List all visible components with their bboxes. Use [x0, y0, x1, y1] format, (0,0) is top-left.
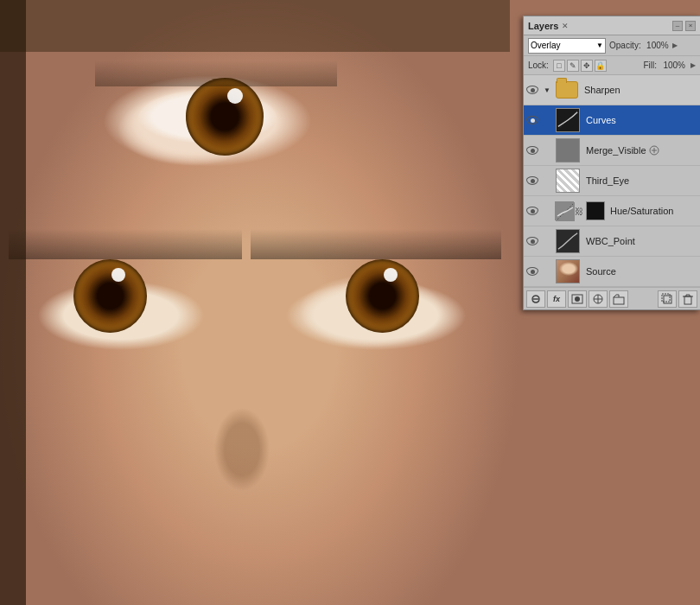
visibility-icon-sharpen[interactable]	[524, 75, 541, 105]
layer-row-merge[interactable]: Merge_Visible	[524, 136, 700, 166]
group-btn[interactable]	[609, 290, 628, 308]
add-mask-btn[interactable]	[568, 290, 587, 308]
panel-window-controls: – ×	[672, 21, 696, 31]
layer-row-sharpen[interactable]: ▼ Sharpen	[524, 75, 700, 105]
visibility-icon-merge[interactable]	[524, 136, 541, 166]
thumb-wrapper-curves	[556, 108, 580, 132]
svg-rect-14	[662, 294, 670, 302]
visibility-icon-wbc[interactable]	[524, 226, 541, 257]
opacity-label: Opacity:	[609, 41, 641, 50]
source-thumb	[556, 259, 580, 283]
thumb-wrapper-source	[556, 259, 580, 283]
third-eye-thumb	[556, 169, 580, 193]
lock-all-icon[interactable]: 🔒	[595, 60, 607, 72]
hue-sat-thumb	[555, 201, 574, 220]
folder-thumb-sharpen	[556, 81, 578, 99]
wbc-thumb	[556, 229, 580, 253]
merge-extra-icon	[648, 144, 660, 156]
svg-rect-15	[684, 296, 691, 304]
blend-mode-value: Overlay	[531, 41, 560, 50]
eye-symbol-hue-sat	[526, 207, 538, 215]
thumb-wrapper-wbc	[556, 229, 580, 253]
svg-rect-12	[614, 297, 624, 304]
panel-title-area: Layers ✕	[528, 21, 569, 31]
link-layers-btn[interactable]	[526, 290, 545, 308]
thumb-wrapper-third-eye	[556, 169, 580, 193]
lock-position-icon[interactable]: ✥	[581, 60, 593, 72]
layer-row-wbc[interactable]: WBC_Point	[524, 226, 700, 257]
main-container: Layers ✕ – × Overlay ▼ Opacity: 100% ▶ L…	[0, 0, 700, 605]
panel-close-btn[interactable]: ×	[685, 21, 696, 31]
svg-point-10	[575, 296, 580, 302]
panel-title: Layers	[528, 21, 558, 31]
layers-toolbar: fx	[524, 287, 700, 309]
mask-thumb-hue-sat	[586, 201, 605, 220]
svg-rect-13	[664, 296, 671, 303]
lock-label: Lock:	[528, 60, 549, 70]
visibility-icon-hue-sat[interactable]	[524, 196, 541, 226]
eye-symbol-third-eye	[526, 176, 538, 185]
fx-label: fx	[553, 295, 560, 303]
visibility-icon-source[interactable]	[524, 257, 541, 287]
layer-row-curves[interactable]: Curves	[524, 105, 700, 136]
eye-symbol-source	[526, 267, 538, 276]
panel-tab-close[interactable]: ✕	[562, 22, 569, 30]
opacity-stepper[interactable]: ▶	[672, 41, 678, 49]
eye-symbol-merge	[526, 146, 538, 155]
visibility-icon-curves[interactable]	[524, 105, 541, 136]
delete-layer-btn[interactable]	[678, 290, 697, 308]
eye-symbol-wbc	[526, 237, 538, 245]
new-layer-btn[interactable]	[658, 290, 677, 308]
layers-panel: Layers ✕ – × Overlay ▼ Opacity: 100% ▶ L…	[523, 16, 700, 310]
expand-icon-sharpen[interactable]: ▼	[541, 84, 553, 96]
layer-name-source: Source	[586, 266, 616, 277]
layer-name-curves: Curves	[586, 115, 616, 125]
blend-mode-select[interactable]: Overlay ▼	[528, 38, 606, 54]
thumb-wrapper-merge	[556, 138, 580, 162]
blend-mode-arrow: ▼	[596, 41, 603, 49]
lock-image-icon[interactable]: ✎	[567, 60, 579, 72]
layer-row-hue-sat[interactable]: ⛓ Hue/Saturation	[524, 196, 700, 226]
layer-name-third-eye: Third_Eye	[586, 175, 629, 186]
lock-transparent-icon[interactable]: □	[553, 60, 565, 72]
eye-symbol-curves	[526, 116, 538, 124]
lock-row: Lock: □ ✎ ✥ 🔒 Fill: 100% ▶	[524, 56, 700, 75]
layer-row-source[interactable]: Source	[524, 257, 700, 287]
visibility-icon-third-eye[interactable]	[524, 166, 541, 196]
lock-icons-group: □ ✎ ✥ 🔒	[553, 60, 607, 72]
merge-thumb	[556, 138, 580, 162]
layer-name-wbc: WBC_Point	[586, 236, 635, 246]
layer-fx-btn[interactable]: fx	[547, 290, 566, 308]
chain-icon-hue-sat: ⛓	[575, 207, 583, 216]
dual-thumb-hue-sat: ⛓	[555, 201, 605, 220]
layer-row-third-eye[interactable]: Third_Eye	[524, 166, 700, 196]
blend-mode-row: Overlay ▼ Opacity: 100% ▶	[524, 35, 700, 56]
fill-value[interactable]: 100%	[661, 60, 685, 70]
fill-stepper[interactable]: ▶	[690, 61, 696, 69]
layer-name-sharpen: Sharpen	[584, 85, 620, 95]
fill-label: Fill:	[643, 60, 657, 70]
eye-symbol	[526, 86, 538, 94]
curves-thumb	[556, 108, 580, 132]
layer-name-hue-sat: Hue/Saturation	[610, 206, 673, 216]
layers-list: ▼ Sharpen	[524, 75, 700, 287]
layer-name-merge: Merge_Visible	[586, 145, 646, 156]
adjustment-btn[interactable]	[589, 290, 608, 308]
opacity-value[interactable]: 100%	[645, 41, 669, 50]
layers-panel-header: Layers ✕ – ×	[524, 16, 700, 35]
panel-minimize-btn[interactable]: –	[672, 21, 683, 31]
